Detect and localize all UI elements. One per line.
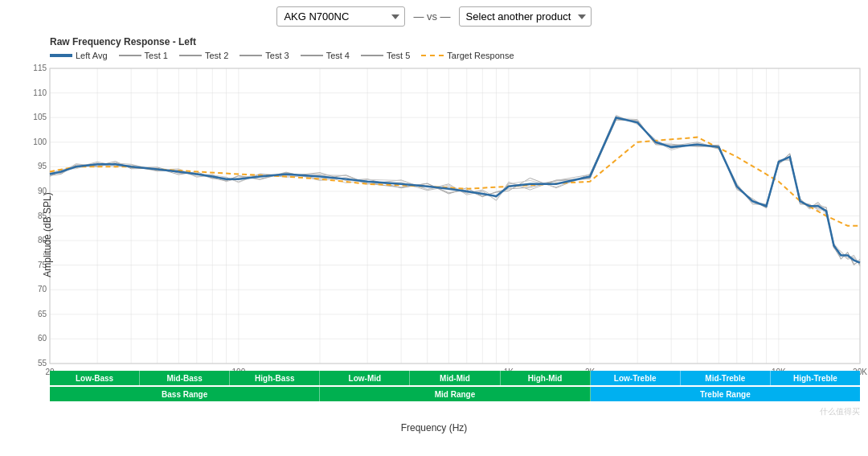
x-axis-label: Frequency (Hz) (0, 422, 868, 433)
band-cell-top: Mid-Treble (681, 371, 771, 385)
product1-select[interactable]: AKG N700NC (276, 6, 405, 27)
legend-line-solid (119, 55, 141, 56)
band-cell-top: Low-Treble (591, 371, 681, 385)
legend-line-solid (179, 55, 202, 56)
legend-item-label: Target Response (447, 51, 514, 60)
band-cell-top: Mid-Mid (410, 371, 500, 385)
legend-item-label: Left Avg (76, 51, 108, 60)
legend: Left AvgTest 1Test 2Test 3Test 4Test 5Ta… (50, 51, 860, 60)
chart-area: Raw Frequency Response - Left Amplitude … (0, 30, 868, 440)
legend-item: Test 3 (240, 51, 289, 60)
band-cell-top: High-Mid (501, 371, 591, 385)
legend-item-label: Test 4 (326, 51, 350, 60)
band-cell-top: High-Bass (230, 371, 320, 385)
chart-title: Raw Frequency Response - Left (50, 36, 196, 47)
legend-line-dashed (421, 55, 444, 56)
legend-item-label: Test 3 (265, 51, 289, 60)
band-cell-top: High-Treble (771, 371, 860, 385)
band-cell-top: Mid-Bass (140, 371, 230, 385)
legend-item: Test 2 (179, 51, 228, 60)
legend-item-label: Test 2 (205, 51, 228, 60)
y-axis-label: Amplitude (dB SPL) (42, 192, 53, 277)
vs-label: — vs — (413, 10, 450, 23)
legend-item: Test 4 (301, 51, 350, 60)
band-cell-bottom: Bass Range (50, 387, 320, 401)
legend-item: Target Response (421, 51, 514, 60)
band-cell-bottom: Treble Range (591, 387, 860, 401)
top-bar: AKG N700NC — vs — Select another product (0, 0, 868, 30)
legend-item: Test 1 (119, 51, 168, 60)
band-cell-top: Low-Mid (320, 371, 410, 385)
watermark: 什么值得买 (820, 406, 860, 417)
band-cell-bottom: Mid Range (320, 387, 590, 401)
legend-item-label: Test 5 (387, 51, 410, 60)
legend-line-solid (361, 55, 383, 56)
legend-item: Test 5 (361, 51, 410, 60)
legend-line-solid (240, 55, 262, 56)
frequency-bands: Low-BassMid-BassHigh-BassLow-MidMid-MidH… (50, 371, 860, 401)
legend-item-label: Test 1 (145, 51, 168, 60)
product2-select[interactable]: Select another product (459, 6, 592, 27)
legend-line-solid (50, 54, 72, 57)
legend-item: Left Avg (50, 51, 108, 60)
legend-line-solid (301, 55, 323, 56)
band-cell-top: Low-Bass (50, 371, 140, 385)
